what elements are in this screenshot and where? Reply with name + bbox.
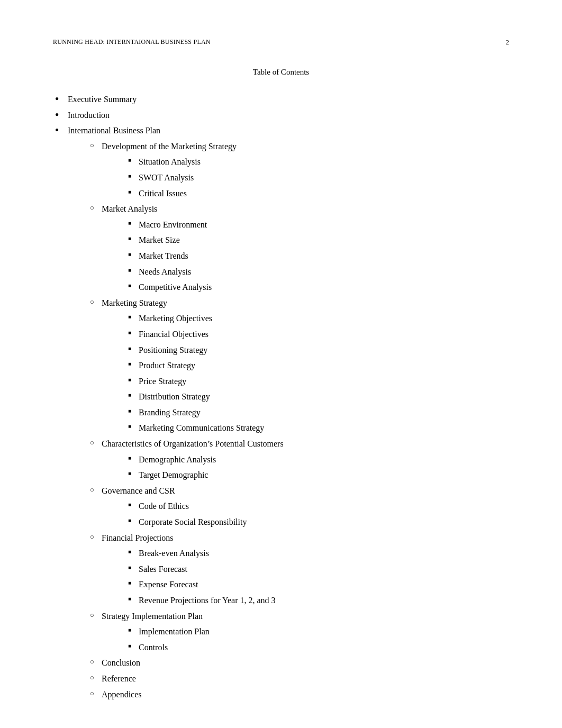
list-item: Market Trends — [127, 248, 509, 264]
list-item: Corporate Social Responsibility — [127, 514, 509, 530]
list-item: Demographic Analysis — [127, 452, 509, 468]
list-item: SWOT Analysis — [127, 170, 509, 186]
list-item: Executive Summary — [53, 92, 509, 107]
list-item: Price Strategy — [127, 374, 509, 389]
toc-level1: Executive Summary Introduction Internati… — [53, 92, 509, 702]
list-item: Situation Analysis — [127, 154, 509, 170]
list-item: Appendices — [89, 687, 509, 703]
list-item: Macro Environment — [127, 217, 509, 233]
list-item: Marketing Communications Strategy — [127, 420, 509, 436]
toc-level3: Demographic Analysis Target Demographic — [102, 452, 509, 483]
list-item: International Business Plan Development … — [53, 123, 509, 702]
list-item: Revenue Projections for Year 1, 2, and 3 — [127, 593, 509, 608]
toc-level3: Marketing Objectives Financial Objective… — [102, 311, 509, 436]
page-number: 2 — [506, 38, 510, 47]
list-item: Expense Forecast — [127, 577, 509, 593]
list-item: Financial Projections Break-even Analysi… — [89, 530, 509, 608]
list-item: Marketing Strategy Marketing Objectives … — [89, 295, 509, 436]
page: RUNNING HEAD: INTERNTAIONAL BUSINESS PLA… — [0, 0, 562, 728]
list-item: Market Analysis Macro Environment Market… — [89, 201, 509, 295]
list-item: Implementation Plan — [127, 624, 509, 640]
running-head-text: RUNNING HEAD: INTERNTAIONAL BUSINESS PLA… — [53, 38, 211, 46]
list-item: Financial Objectives — [127, 326, 509, 342]
running-head: RUNNING HEAD: INTERNTAIONAL BUSINESS PLA… — [53, 38, 509, 47]
list-item: Controls — [127, 640, 509, 656]
toc-level3: Code of Ethics Corporate Social Responsi… — [102, 498, 509, 530]
list-item: Code of Ethics — [127, 498, 509, 514]
list-item: Governance and CSR Code of Ethics Corpor… — [89, 483, 509, 530]
toc-level3: Macro Environment Market Size Market Tre… — [102, 217, 509, 295]
list-item: Target Demographic — [127, 467, 509, 483]
list-item: Characteristics of Organization’s Potent… — [89, 436, 509, 483]
list-item: Introduction — [53, 107, 509, 123]
toc-level2: Development of the Marketing Strategy Si… — [68, 139, 509, 702]
list-item: Critical Issues — [127, 186, 509, 202]
list-item: Distribution Strategy — [127, 389, 509, 405]
list-item: Product Strategy — [127, 358, 509, 374]
list-item: Strategy Implementation Plan Implementat… — [89, 608, 509, 656]
list-item: Positioning Strategy — [127, 342, 509, 358]
list-item: Branding Strategy — [127, 405, 509, 421]
list-item: Conclusion — [89, 655, 509, 671]
toc-level3: Implementation Plan Controls — [102, 624, 509, 655]
toc-title: Table of Contents — [53, 68, 509, 77]
list-item: Break-even Analysis — [127, 545, 509, 561]
list-item: Needs Analysis — [127, 264, 509, 280]
toc-level3: Break-even Analysis Sales Forecast Expen… — [102, 545, 509, 608]
list-item: Reference — [89, 671, 509, 687]
list-item: Sales Forecast — [127, 561, 509, 577]
toc-level3: Situation Analysis SWOT Analysis Critica… — [102, 154, 509, 201]
list-item: Development of the Marketing Strategy Si… — [89, 139, 509, 201]
list-item: Marketing Objectives — [127, 311, 509, 326]
list-item: Competitive Analysis — [127, 279, 509, 295]
list-item: Market Size — [127, 232, 509, 248]
